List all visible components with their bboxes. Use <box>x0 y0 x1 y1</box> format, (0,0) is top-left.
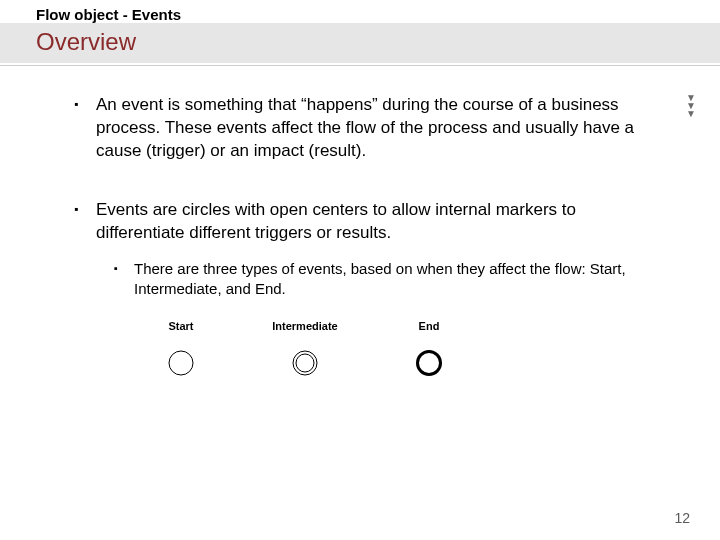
svg-point-2 <box>296 354 314 372</box>
event-row: Start Intermediate <box>146 319 664 378</box>
intermediate-event-icon <box>290 348 320 378</box>
page-number: 12 <box>674 510 690 526</box>
event-end: End <box>394 319 464 378</box>
event-start: Start <box>146 319 216 378</box>
slide-title: Overview <box>0 28 720 57</box>
event-label-start: Start <box>168 319 193 334</box>
corner-arrows-icon: ▼▼▼ <box>686 94 696 118</box>
event-types-diagram: Start Intermediate <box>146 319 664 378</box>
svg-point-3 <box>418 352 441 375</box>
bullet-list: An event is something that “happens” dur… <box>56 94 664 378</box>
sub-bullet-list: There are three types of events, based o… <box>96 259 664 300</box>
title-bar: Overview <box>0 23 720 63</box>
svg-point-1 <box>293 351 317 375</box>
bullet-text: Events are circles with open centers to … <box>96 200 576 242</box>
bullet-item: An event is something that “happens” dur… <box>56 94 664 163</box>
slide: Flow object - Events Overview ▼▼▼ An eve… <box>0 0 720 540</box>
slide-header: Flow object - Events Overview <box>0 0 720 66</box>
event-label-end: End <box>419 319 440 334</box>
end-event-icon <box>414 348 444 378</box>
event-intermediate: Intermediate <box>260 319 350 378</box>
start-event-icon <box>166 348 196 378</box>
svg-point-0 <box>169 351 193 375</box>
bullet-item: Events are circles with open centers to … <box>56 199 664 378</box>
slide-content: An event is something that “happens” dur… <box>0 66 720 378</box>
header-rule <box>0 65 720 66</box>
kicker-text: Flow object - Events <box>0 0 720 23</box>
event-label-intermediate: Intermediate <box>272 319 337 334</box>
sub-bullet-item: There are three types of events, based o… <box>96 259 664 300</box>
